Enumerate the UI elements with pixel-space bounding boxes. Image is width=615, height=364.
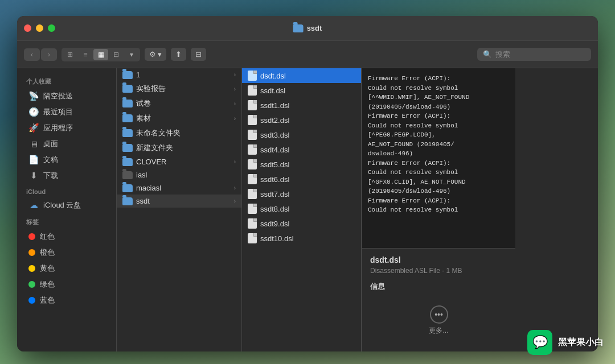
favorites-label: 个人收藏 xyxy=(17,73,116,88)
dsl-file-icon xyxy=(248,115,257,125)
sidebar-item-icloud[interactable]: ☁ iCloud 云盘 xyxy=(19,197,114,213)
list-item[interactable]: ssdt7.dsl xyxy=(242,187,361,201)
preview-panel: Firmware Error (ACPI): Could not resolve… xyxy=(362,68,515,351)
sidebar-item-label: 绿色 xyxy=(40,279,55,289)
sidebar-item-desktop[interactable]: 🖥 桌面 xyxy=(19,136,114,152)
folder-icon xyxy=(122,85,133,93)
folder-icon xyxy=(122,197,133,205)
preview-info-label: 信息 xyxy=(370,282,507,292)
log-line: AE_NOT_FOUND (20190405/ xyxy=(368,140,510,150)
list-item[interactable]: ssdt › xyxy=(117,195,241,208)
search-icon: 🔍 xyxy=(483,50,492,59)
sidebar-item-label: 最近项目 xyxy=(43,107,73,117)
log-line: Firmware Error (ACPI): xyxy=(368,74,510,84)
maximize-button[interactable] xyxy=(48,24,55,32)
sidebar-item-green[interactable]: 绿色 xyxy=(19,276,114,292)
settings-chevron: ▾ xyxy=(158,50,162,59)
airdrop-icon: 📡 xyxy=(28,91,39,101)
file-name: ssdt8.dsl xyxy=(260,205,355,213)
close-button[interactable] xyxy=(24,24,31,32)
list-item[interactable]: 试卷 › xyxy=(117,96,241,111)
file-name: ssdt2.dsl xyxy=(260,116,355,125)
search-bar: 🔍 xyxy=(477,48,591,61)
folder-icon xyxy=(122,184,133,192)
list-item[interactable]: ssdt6.dsl xyxy=(242,172,361,187)
view-group-dropdown[interactable]: ▾ xyxy=(124,49,139,60)
file-name: iasl xyxy=(136,171,236,179)
list-item[interactable]: dsdt.dsl xyxy=(242,68,361,83)
list-item[interactable]: 新建文件夹 xyxy=(117,140,241,155)
log-line: [^PEG0.PEGP.LCD0], xyxy=(368,130,510,140)
list-item[interactable]: iasl xyxy=(117,168,241,181)
sidebar-item-blue[interactable]: 蓝色 xyxy=(19,292,114,308)
list-item[interactable]: 实验报告 › xyxy=(117,81,241,96)
share-button[interactable]: ⬆ xyxy=(171,48,186,61)
sidebar-item-downloads[interactable]: ⬇ 下载 xyxy=(19,168,114,184)
list-item[interactable]: ssdt5.dsl xyxy=(242,157,361,172)
view-column-button[interactable]: ▦ xyxy=(93,49,108,60)
more-icon: ••• xyxy=(434,310,443,319)
list-item[interactable]: ssdt9.dsl xyxy=(242,216,361,231)
list-item[interactable]: 素材 › xyxy=(117,111,241,126)
list-item[interactable]: 未命名文件夹 xyxy=(117,126,241,140)
sidebar-item-yellow[interactable]: 黄色 xyxy=(19,260,114,276)
view-icon-button[interactable]: ⊞ xyxy=(63,49,77,60)
sidebar-item-red[interactable]: 红色 xyxy=(19,229,114,245)
sidebar-item-apps[interactable]: 🚀 应用程序 xyxy=(19,120,114,136)
preview-log: Firmware Error (ACPI): Could not resolve… xyxy=(362,68,515,248)
log-line: Firmware Error (ACPI): xyxy=(368,196,510,206)
sidebar-item-airdrop[interactable]: 📡 隔空投送 xyxy=(19,88,114,104)
dsl-file-icon xyxy=(248,233,257,243)
minimize-button[interactable] xyxy=(36,24,43,32)
file-name: 素材 xyxy=(136,113,231,123)
log-line: (20190405/dswload-496) xyxy=(368,187,510,196)
list-item[interactable]: ssdt.dsl xyxy=(242,83,361,98)
list-item[interactable]: ssdt3.dsl xyxy=(242,127,361,142)
file-name: ssdt7.dsl xyxy=(260,190,355,198)
sidebar-item-label: 红色 xyxy=(40,231,55,242)
list-item[interactable]: CLOVER › xyxy=(117,155,241,168)
gallery-icon: ⊟ xyxy=(113,51,119,59)
download-icon: ⬇ xyxy=(28,171,39,181)
more-button[interactable]: ••• xyxy=(430,305,448,324)
file-name: ssdt9.dsl xyxy=(260,220,355,228)
search-input[interactable] xyxy=(495,50,585,59)
list-item[interactable]: ssdt1.dsl xyxy=(242,98,361,113)
file-name: ssdt3.dsl xyxy=(260,131,355,139)
list-item[interactable]: maciasl › xyxy=(117,181,241,195)
file-name: ssdt4.dsl xyxy=(260,146,355,154)
list-item[interactable]: ssdt4.dsl xyxy=(242,142,361,157)
list-item[interactable]: ssdt10.dsl xyxy=(242,231,361,246)
log-line: Could not resolve symbol xyxy=(368,84,510,93)
forward-button[interactable]: › xyxy=(41,48,57,61)
folder-icon xyxy=(122,144,133,152)
file-name: maciasl xyxy=(136,184,231,192)
yellow-tag-icon xyxy=(28,265,35,272)
log-line: Could not resolve symbol xyxy=(368,168,510,177)
dsl-file-icon xyxy=(248,130,257,140)
red-tag-icon xyxy=(28,233,35,240)
toolbar: ‹ › ⊞ ≡ ▦ ⊟ ▾ ⚙ ▾ xyxy=(17,41,598,68)
sidebar-item-label: 应用程序 xyxy=(43,123,73,133)
finder-window: ssdt ‹ › ⊞ ≡ ▦ ⊟ ▾ xyxy=(17,16,598,351)
list-item[interactable]: 1 › xyxy=(117,68,241,81)
file-name: 1 xyxy=(136,71,231,79)
action-button[interactable]: ⊟ xyxy=(191,48,206,61)
grid-icon: ⊞ xyxy=(67,51,73,59)
dsl-file-icon xyxy=(248,71,257,81)
view-list-button[interactable]: ≡ xyxy=(78,49,93,60)
view-gallery-button[interactable]: ⊟ xyxy=(109,49,124,60)
folder-icon xyxy=(122,158,133,166)
desktop-icon: 🖥 xyxy=(28,139,39,149)
sidebar-item-documents[interactable]: 📄 文稿 xyxy=(19,152,114,168)
list-item[interactable]: ssdt8.dsl xyxy=(242,201,361,216)
settings-button[interactable]: ⚙ ▾ xyxy=(145,48,166,61)
preview-more: ••• 更多... xyxy=(370,296,507,345)
back-button[interactable]: ‹ xyxy=(24,48,40,61)
chevron-right-icon: › xyxy=(234,86,236,92)
dsl-file-icon xyxy=(248,174,257,184)
dsl-file-icon xyxy=(248,159,257,169)
sidebar-item-recent[interactable]: 🕐 最近项目 xyxy=(19,104,114,120)
sidebar-item-orange[interactable]: 橙色 xyxy=(19,245,114,260)
list-item[interactable]: ssdt2.dsl xyxy=(242,113,361,127)
